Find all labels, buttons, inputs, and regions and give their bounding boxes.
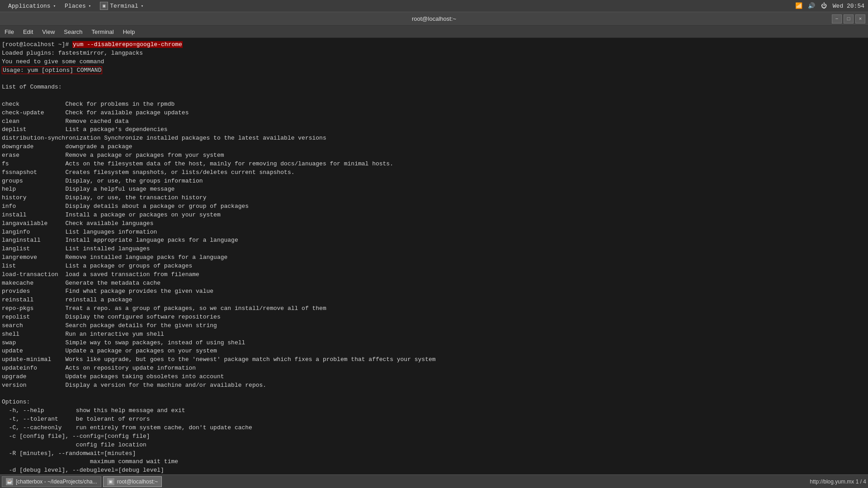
places-arrow: ▾ bbox=[89, 4, 91, 9]
command-line: check Check for problems in the rpmdb bbox=[2, 100, 866, 109]
option-line: -t, --tolerant be tolerant of errors bbox=[2, 415, 866, 424]
blank-line-3 bbox=[2, 390, 866, 399]
menu-help[interactable]: Help bbox=[118, 26, 140, 38]
command-line: version Display a version for the machin… bbox=[2, 381, 866, 390]
minimize-button[interactable]: − bbox=[832, 14, 842, 23]
command-line: langinfo List languages information bbox=[2, 228, 866, 237]
command-line: info Display details about a package or … bbox=[2, 202, 866, 211]
command-line: repolist Display the configured software… bbox=[2, 313, 866, 322]
command-line: provides Find what package provides the … bbox=[2, 287, 866, 296]
applications-menu[interactable]: Applications ▾ bbox=[4, 0, 60, 12]
menu-bar: File Edit View Search Terminal Help bbox=[0, 26, 868, 38]
option-line: -C, --cacheonly run entirely from system… bbox=[2, 424, 866, 432]
command-line: langlist List installed languages bbox=[2, 245, 866, 253]
option-line: maximum command wait time bbox=[2, 458, 866, 466]
usage-text: Usage: yum [options] COMMAND bbox=[2, 66, 102, 74]
taskbar-right: http://blog.yum.mx 1 / 4 bbox=[810, 479, 866, 485]
menu-view[interactable]: View bbox=[38, 26, 59, 38]
option-line: -c [config file], --config=[config file] bbox=[2, 432, 866, 441]
command-line: langremove Remove installed language pac… bbox=[2, 253, 866, 262]
terminal-icon: ▣ bbox=[100, 2, 108, 10]
menu-edit[interactable]: Edit bbox=[19, 26, 38, 38]
option-line: -R [minutes], --randomwait=[minutes] bbox=[2, 450, 866, 458]
command-line: help Display a helpful usage message bbox=[2, 185, 866, 194]
taskbar: ☕ [chatterbox - ~/IdeaProjects/cha... ▣ … bbox=[0, 474, 868, 488]
options-container: -h, --help show this help message and ex… bbox=[2, 407, 866, 474]
terminal-label: Terminal bbox=[110, 3, 138, 9]
taskbar-task-root[interactable]: ▣ root@localhost:~ bbox=[103, 476, 162, 487]
command-line: downgrade downgrade a package bbox=[2, 143, 866, 151]
command-line: check-update Check for available package… bbox=[2, 109, 866, 117]
task-icon-root: ▣ bbox=[107, 478, 114, 485]
command-line: clean Remove cached data bbox=[2, 117, 866, 126]
command-line: fssnapshot Creates filesystem snapshots,… bbox=[2, 169, 866, 177]
system-bar: Applications ▾ Places ▾ ▣ Terminal ▾ 📶 🔊… bbox=[0, 0, 868, 12]
command-line: swap Simple way to swap packages, instea… bbox=[2, 339, 866, 347]
command-line: langavailable Check available languages bbox=[2, 220, 866, 228]
terminal-menu[interactable]: ▣ Terminal ▾ bbox=[95, 0, 148, 12]
option-line: -h, --help show this help message and ex… bbox=[2, 407, 866, 415]
task-icon-chatterbox: ☕ bbox=[6, 478, 13, 485]
option-line: config file location bbox=[2, 441, 866, 450]
command-line: langinstall Install appropriate language… bbox=[2, 236, 866, 245]
system-bar-right: 📶 🔊 ⏻ Wed 20:54 bbox=[795, 2, 864, 10]
menu-terminal[interactable]: Terminal bbox=[87, 26, 118, 38]
usage-line: Usage: yum [options] COMMAND bbox=[2, 66, 866, 75]
task-label-chatterbox: [chatterbox - ~/IdeaProjects/cha... bbox=[16, 479, 97, 485]
places-label: Places bbox=[65, 3, 86, 9]
window-chrome: root@localhost:~ − □ × bbox=[0, 12, 868, 26]
blank-line-2 bbox=[2, 92, 866, 100]
command-line: list List a package or groups of package… bbox=[2, 262, 866, 271]
prompt-text: [root@localhost ~]# bbox=[2, 41, 72, 48]
menu-file[interactable]: File bbox=[0, 26, 19, 38]
blank-line-1 bbox=[2, 75, 866, 83]
option-line: -d [debug level], --debuglevel=[debug le… bbox=[2, 466, 866, 474]
prompt-line: [root@localhost ~]# yum --disablerepo=go… bbox=[2, 41, 866, 49]
window-controls: − □ × bbox=[832, 14, 868, 23]
command-line: erase Remove a package or packages from … bbox=[2, 151, 866, 160]
command-line: repo-pkgs Treat a repo. as a group of pa… bbox=[2, 305, 866, 313]
command-line: update-minimal Works like upgrade, but g… bbox=[2, 356, 866, 364]
command-line: deplist List a package's dependencies bbox=[2, 126, 866, 134]
command-line: history Display, or use, the transaction… bbox=[2, 194, 866, 202]
command-line: search Search package details for the gi… bbox=[2, 322, 866, 330]
command-line: upgrade Update packages taking obsoletes… bbox=[2, 373, 866, 381]
command-line: reinstall reinstall a package bbox=[2, 296, 866, 305]
plugins-line: Loaded plugins: fastestmirror, langpacks bbox=[2, 49, 866, 58]
list-header: List of Commands: bbox=[2, 83, 866, 92]
terminal-arrow: ▾ bbox=[141, 4, 143, 9]
options-header: Options: bbox=[2, 398, 866, 407]
volume-icon: 🔊 bbox=[807, 2, 816, 10]
places-menu[interactable]: Places ▾ bbox=[60, 0, 95, 12]
window-title: root@localhost:~ bbox=[36, 15, 832, 22]
command-line: shell Run an interactive yum shell bbox=[2, 330, 866, 339]
close-button[interactable]: × bbox=[855, 14, 865, 23]
network-icon: 📶 bbox=[795, 2, 803, 10]
need-command-line: You need to give some command bbox=[2, 58, 866, 66]
command-line: install Install a package or packages on… bbox=[2, 211, 866, 220]
power-icon: ⏻ bbox=[820, 2, 828, 10]
command-line: load-transaction load a saved transactio… bbox=[2, 271, 866, 279]
menu-search[interactable]: Search bbox=[59, 26, 87, 38]
applications-label: Applications bbox=[8, 3, 51, 9]
command-line: makecache Generate the metadata cache bbox=[2, 279, 866, 288]
command-highlight: yum --disablerepo=google-chrome bbox=[72, 41, 183, 48]
taskbar-left: ☕ [chatterbox - ~/IdeaProjects/cha... ▣ … bbox=[2, 476, 162, 487]
command-line: update Update a package or packages on y… bbox=[2, 347, 866, 356]
command-line: groups Display, or use, the groups infor… bbox=[2, 177, 866, 186]
terminal-content[interactable]: [root@localhost ~]# yum --disablerepo=go… bbox=[0, 38, 868, 474]
task-label-root: root@localhost:~ bbox=[117, 479, 158, 485]
applications-arrow: ▾ bbox=[53, 4, 56, 9]
taskbar-task-chatterbox[interactable]: ☕ [chatterbox - ~/IdeaProjects/cha... bbox=[2, 476, 101, 487]
command-line: updateinfo Acts on repository update inf… bbox=[2, 364, 866, 373]
system-bar-left: Applications ▾ Places ▾ ▣ Terminal ▾ bbox=[4, 0, 148, 12]
command-line: distribution-synchronization Synchronize… bbox=[2, 134, 866, 143]
commands-container: check Check for problems in the rpmdbche… bbox=[2, 100, 866, 390]
maximize-button[interactable]: □ bbox=[844, 14, 854, 23]
command-line: fs Acts on the filesystem data of the ho… bbox=[2, 160, 866, 169]
datetime: Wed 20:54 bbox=[833, 3, 864, 9]
